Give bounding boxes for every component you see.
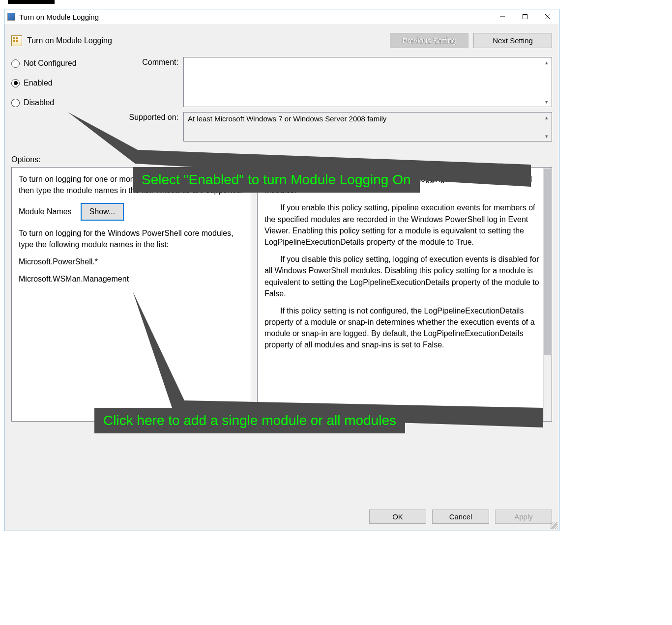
module-names-label: Module Names — [19, 206, 72, 217]
core-modules-instruction: To turn on logging for the Windows Power… — [19, 227, 244, 250]
radio-not-configured[interactable]: Not Configured — [11, 59, 110, 68]
window-title: Turn on Module Logging — [19, 13, 99, 21]
policy-icon — [11, 35, 22, 46]
ok-button[interactable]: OK — [369, 510, 426, 524]
previous-setting-button: Previous Setting — [390, 33, 468, 48]
titlebar: Turn on Module Logging — [4, 9, 559, 24]
radio-icon — [11, 59, 20, 68]
scroll-down-icon[interactable]: ▾ — [543, 132, 551, 140]
resize-grip[interactable] — [551, 522, 557, 529]
radio-icon — [11, 99, 20, 107]
minimize-button[interactable] — [491, 9, 514, 24]
scroll-up-icon[interactable]: ▴ — [543, 58, 551, 66]
comment-label: Comment: — [110, 57, 183, 107]
radio-enabled[interactable]: Enabled — [11, 79, 110, 87]
apply-button: Apply — [495, 510, 552, 524]
policy-editor-window: Turn on Module Logging Turn on Module Lo… — [4, 9, 559, 531]
next-setting-button[interactable]: Next Setting — [473, 33, 552, 48]
policy-title: Turn on Module Logging — [27, 36, 390, 45]
dialog-footer: OK Cancel Apply — [369, 510, 552, 524]
radio-label: Disabled — [24, 98, 54, 107]
scroll-up-icon[interactable]: ▴ — [543, 114, 551, 121]
svg-rect-1 — [523, 15, 527, 19]
app-icon — [7, 13, 15, 21]
svg-marker-5 — [133, 291, 543, 427]
cropped-header-fragment — [8, 0, 55, 4]
maximize-button[interactable] — [514, 9, 536, 24]
header-row: Turn on Module Logging Previous Setting … — [4, 24, 559, 54]
scroll-down-icon[interactable]: ▾ — [543, 98, 551, 106]
annotation-show: Click here to add a single module or all… — [94, 408, 405, 433]
show-modules-button[interactable]: Show... — [81, 203, 124, 220]
cancel-button[interactable]: Cancel — [432, 510, 489, 524]
radio-icon — [11, 79, 20, 87]
help-p2: If you enable this policy setting, pipel… — [264, 202, 540, 248]
core-module-1: Microsoft.PowerShell.* — [19, 256, 244, 267]
radio-label: Enabled — [24, 79, 53, 87]
radio-label: Not Configured — [24, 59, 77, 68]
annotation-enabled: Select "Enabled" to turn Module Logging … — [133, 167, 420, 193]
close-button[interactable] — [536, 9, 559, 24]
comment-textarea[interactable]: ▴ ▾ — [183, 57, 552, 107]
